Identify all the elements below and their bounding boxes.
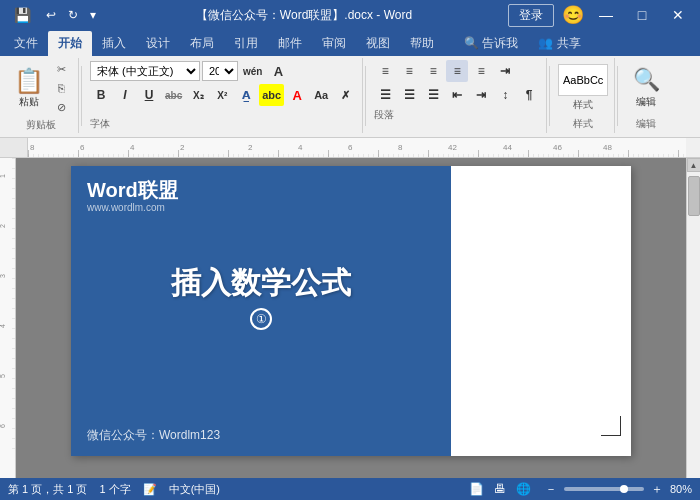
doc-scroll-area[interactable]: Word联盟 www.wordlm.com 插入数学公式 ① 微信公众号：Wor…: [16, 158, 686, 478]
font-aa-button[interactable]: Aa: [310, 84, 332, 106]
svg-rect-3: [28, 138, 686, 158]
zoom-bar: － ＋ 80%: [542, 480, 692, 499]
strikethrough-button[interactable]: abc: [162, 84, 185, 106]
tab-share[interactable]: 👥 共享: [528, 31, 590, 56]
tab-layout[interactable]: 布局: [180, 31, 224, 56]
show-para-btn[interactable]: ¶: [518, 84, 540, 106]
undo-button[interactable]: ↩: [42, 6, 60, 24]
font-size-increase[interactable]: wén: [240, 60, 265, 82]
align-right-btn[interactable]: ≡: [422, 60, 444, 82]
save-button[interactable]: 💾: [8, 1, 36, 29]
font-bold-a[interactable]: A: [267, 60, 289, 82]
ribbon-group-para: ≡ ≡ ≡ ≡ ≡ ⇥ ☰ ☰ ☰ ⇤ ⇥ ↕ ¶ 段落: [368, 58, 547, 133]
find-replace-button[interactable]: 🔍 编辑: [626, 67, 666, 109]
web-view-btn[interactable]: 🌐: [513, 481, 534, 497]
font-section: 宋体 (中文正文) 20 wén A B I U abc X₂ X² A̲ ab…: [90, 60, 356, 115]
minimize-button[interactable]: —: [592, 1, 620, 29]
zoom-out-btn[interactable]: －: [542, 480, 560, 499]
tab-review[interactable]: 审阅: [312, 31, 356, 56]
tab-design[interactable]: 设计: [136, 31, 180, 56]
paste-icon: 📋: [14, 67, 44, 95]
zoom-level: 80%: [670, 483, 692, 495]
ruler-corner: [0, 138, 28, 158]
para-label: 段落: [374, 108, 394, 122]
copy-button[interactable]: ⎘: [50, 79, 72, 97]
sup-button[interactable]: X²: [211, 84, 233, 106]
close-button[interactable]: ✕: [664, 1, 692, 29]
font-label: 字体: [90, 117, 110, 131]
edit-content: 🔍 编辑: [626, 60, 666, 115]
indent-btn[interactable]: ⇥: [494, 60, 516, 82]
edit-label: 编辑: [636, 95, 656, 109]
outdent-btn[interactable]: ⇤: [446, 84, 468, 106]
bullet-btn[interactable]: ☰: [374, 84, 396, 106]
quick-access-more[interactable]: ▾: [86, 6, 100, 24]
banner-url: www.wordlm.com: [87, 202, 435, 213]
page-white-area: [451, 166, 631, 456]
font-name-select[interactable]: 宋体 (中文正文): [90, 61, 200, 81]
spell-icon: 📝: [143, 483, 157, 496]
svg-text:6: 6: [80, 143, 85, 152]
dist-btn[interactable]: ≡: [470, 60, 492, 82]
read-view-btn[interactable]: 📄: [466, 481, 487, 497]
title-bar-left: 💾 ↩ ↻ ▾: [8, 1, 100, 29]
tab-help[interactable]: 帮助: [400, 31, 444, 56]
tab-file[interactable]: 文件: [4, 31, 48, 56]
svg-text:4: 4: [298, 143, 303, 152]
num-list-btn[interactable]: ☰: [398, 84, 420, 106]
underline-button[interactable]: U: [138, 84, 160, 106]
login-button[interactable]: 登录: [508, 4, 554, 27]
para-row-1: ≡ ≡ ≡ ≡ ≡ ⇥: [374, 60, 540, 82]
vertical-ruler: 1 2 3 4 5 6: [0, 158, 16, 478]
scroll-up-button[interactable]: ▲: [687, 158, 701, 172]
zoom-slider[interactable]: [564, 487, 644, 491]
format-paste-button[interactable]: ⊘: [50, 98, 72, 116]
paste-button[interactable]: 📋 粘贴: [10, 67, 48, 109]
scroll-thumb[interactable]: [688, 176, 700, 216]
redo-button[interactable]: ↻: [64, 6, 82, 24]
clipboard-small-btns: ✂ ⎘ ⊘: [50, 60, 72, 116]
banner-top: Word联盟 www.wordlm.com: [87, 178, 435, 213]
status-right: 📄 🖶 🌐 － ＋ 80%: [466, 480, 692, 499]
font-color-button[interactable]: A: [286, 84, 308, 106]
maximize-button[interactable]: □: [628, 1, 656, 29]
multi-level-btn[interactable]: ☰: [422, 84, 444, 106]
banner-title: 插入数学公式: [87, 263, 435, 304]
tab-references[interactable]: 引用: [224, 31, 268, 56]
para-section: ≡ ≡ ≡ ≡ ≡ ⇥ ☰ ☰ ☰ ⇤ ⇥ ↕ ¶: [374, 60, 540, 106]
svg-text:6: 6: [0, 424, 6, 428]
style-name: 样式: [573, 98, 593, 112]
tab-mailings[interactable]: 邮件: [268, 31, 312, 56]
style-content: AaBbCc 样式: [558, 60, 608, 115]
banner-circle: ①: [250, 308, 272, 330]
clear-format-button[interactable]: ✗: [334, 84, 356, 106]
sort-btn[interactable]: ↕: [494, 84, 516, 106]
ribbon-group-clipboard: 📋 粘贴 ✂ ⎘ ⊘ 剪贴板: [4, 58, 79, 133]
svg-text:1: 1: [0, 174, 6, 178]
tab-view[interactable]: 视图: [356, 31, 400, 56]
page-corner-mark: [601, 416, 621, 436]
indent2-btn[interactable]: ⇥: [470, 84, 492, 106]
cut-button[interactable]: ✂: [50, 60, 72, 78]
italic-button[interactable]: I: [114, 84, 136, 106]
print-view-btn[interactable]: 🖶: [491, 481, 509, 497]
align-center-btn[interactable]: ≡: [398, 60, 420, 82]
sub-button[interactable]: X₂: [187, 84, 209, 106]
ruler-marks: 8 6 4 2 2 4 6 8 42 44 46 48: [28, 138, 686, 158]
bold-button[interactable]: B: [90, 84, 112, 106]
ribbon: 📋 粘贴 ✂ ⎘ ⊘ 剪贴板 宋体 (中文正文) 20 wén A: [0, 56, 700, 138]
edit-label-bottom: 编辑: [636, 117, 656, 131]
zoom-in-btn[interactable]: ＋: [648, 480, 666, 499]
vertical-scrollbar[interactable]: ▲: [686, 158, 700, 478]
justify-btn[interactable]: ≡: [446, 60, 468, 82]
style-preview[interactable]: AaBbCc: [558, 64, 608, 96]
tab-insert[interactable]: 插入: [92, 31, 136, 56]
highlight-button[interactable]: abc: [259, 84, 284, 106]
svg-text:6: 6: [348, 143, 353, 152]
align-left-btn[interactable]: ≡: [374, 60, 396, 82]
tab-tell-me[interactable]: 🔍 告诉我: [454, 31, 528, 56]
text-effect-button[interactable]: A̲: [235, 84, 257, 106]
tab-home[interactable]: 开始: [48, 31, 92, 56]
svg-text:2: 2: [248, 143, 253, 152]
font-size-select[interactable]: 20: [202, 61, 238, 81]
